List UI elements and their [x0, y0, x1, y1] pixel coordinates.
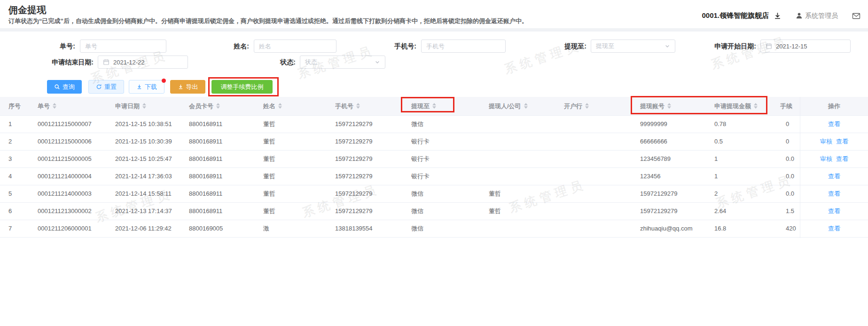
start-date-input[interactable] — [776, 40, 859, 52]
column-header[interactable]: 开户行 — [564, 97, 620, 116]
actions-col: 操作 查看审核查看审核查看查看查看查看查看 — [800, 97, 868, 238]
download-button[interactable]: 下载 — [129, 80, 164, 94]
table-cell: 0.0 — [786, 151, 800, 167]
table-cell: 5 — [8, 185, 32, 202]
withdraw-to-select[interactable]: 提现至 — [591, 40, 675, 53]
page-subtitle: 订单状态为“已完成”后，自动生成佣金到分销商账户中。分销商申请提现后锁定佣金，商… — [8, 17, 528, 25]
name-input[interactable] — [254, 40, 336, 53]
sort-caret-icon[interactable] — [278, 103, 282, 109]
table-cell: 0001211215000006 — [38, 133, 113, 150]
mail-icon[interactable] — [852, 12, 860, 20]
sort-caret-icon[interactable] — [52, 103, 57, 109]
download-to-line-icon[interactable] — [774, 12, 782, 20]
table-cell: 3 — [8, 151, 32, 167]
table-cell: 董哲 — [263, 203, 320, 220]
table-row: 200012112150000062021-12-15 10:30:398800… — [0, 133, 868, 151]
sort-caret-icon[interactable] — [753, 103, 758, 109]
table-cell: 2021-12-15 10:25:47 — [115, 151, 188, 167]
table-cell: 2021-12-14 17:36:03 — [115, 168, 188, 185]
audit-link[interactable]: 审核 — [820, 155, 832, 163]
column-header[interactable]: 手机号 — [335, 97, 406, 116]
table-cell: 15972129279 — [640, 185, 712, 202]
table-cell: 4 — [8, 168, 32, 185]
actions-row: 查看 — [800, 203, 868, 220]
table-cell: 2021-12-15 10:30:39 — [115, 133, 188, 150]
calendar-icon — [766, 43, 772, 49]
table-cell: 2021-12-15 10:38:51 — [115, 116, 188, 133]
sort-caret-icon[interactable] — [585, 103, 589, 109]
search-button[interactable]: 查询 — [47, 80, 82, 94]
phone-input[interactable] — [421, 40, 506, 53]
start-date-picker[interactable] — [760, 40, 851, 53]
table-cell: 董哲 — [263, 185, 320, 202]
sort-caret-icon[interactable] — [216, 103, 220, 109]
reset-button[interactable]: 重置 — [88, 80, 124, 94]
audit-link[interactable]: 审核 — [820, 137, 832, 146]
download-icon — [136, 84, 142, 90]
table-cell: 1 — [714, 168, 777, 185]
table-cell: 66666666 — [640, 133, 712, 150]
table-cell: 0001211215000007 — [38, 116, 113, 133]
view-link[interactable]: 查看 — [828, 172, 840, 181]
end-date-label: 申请结束日期: — [32, 56, 94, 69]
sort-caret-icon[interactable] — [142, 103, 147, 109]
order-no-label: 单号: — [28, 40, 75, 53]
actions-row: 查看 — [800, 220, 868, 238]
export-button[interactable]: 导出 — [170, 80, 205, 94]
table-cell: 8800168911 — [189, 168, 259, 185]
table-cell: 0 — [786, 116, 800, 133]
search-button-label: 查询 — [63, 83, 75, 91]
column-header[interactable]: 会员卡号 — [189, 97, 259, 116]
view-link[interactable]: 查看 — [828, 190, 840, 198]
column-header[interactable]: 申请日期 — [115, 97, 188, 116]
order-no-input[interactable] — [80, 40, 166, 53]
column-header: 序号 — [8, 97, 32, 116]
view-link[interactable]: 查看 — [836, 155, 848, 163]
table-cell: 董哲 — [263, 168, 320, 185]
table-cell: 1 — [714, 151, 777, 167]
admin-user[interactable]: 系统管理员 — [796, 12, 838, 20]
column-header: 手续费 — [780, 97, 792, 116]
table-cell: 16.8 — [714, 220, 777, 237]
adjust-fee-button[interactable]: 调整手续费比例 — [211, 80, 273, 94]
table-cell: 15972129279 — [335, 203, 406, 220]
view-link[interactable]: 查看 — [828, 224, 840, 233]
column-header[interactable]: 申请提现金额 — [714, 97, 777, 116]
table-header: 序号单号申请日期会员卡号姓名手机号提现至提现人/公司开户行提现账号申请提现金额手… — [0, 97, 868, 116]
status-select[interactable]: 状态 — [300, 56, 385, 69]
topbar-right: 0001.领锋智能旗舰店 系统管理员 — [702, 11, 860, 20]
column-header[interactable]: 提现人/公司 — [489, 97, 559, 116]
withdraw-to-placeholder: 提现至 — [596, 42, 665, 50]
table-cell: 0001211214000003 — [38, 185, 113, 202]
admin-user-label: 系统管理员 — [805, 12, 838, 20]
table-cell: 0 — [786, 133, 800, 150]
table-cell: 123456789 — [640, 151, 712, 167]
sort-caret-icon[interactable] — [667, 103, 672, 109]
refresh-icon — [96, 84, 102, 90]
table-row: 500012112140000032021-12-14 15:58:118800… — [0, 185, 868, 203]
sort-caret-icon[interactable] — [356, 103, 360, 109]
end-date-input[interactable] — [113, 56, 196, 68]
sort-caret-icon[interactable] — [524, 103, 528, 109]
end-date-picker[interactable] — [98, 56, 188, 69]
table-cell: 15972129279 — [335, 116, 406, 133]
table-cell: 微信 — [411, 185, 477, 202]
table-cell: 420 — [786, 220, 800, 237]
table-cell: 银行卡 — [411, 168, 477, 185]
table-cell: 董哲 — [489, 203, 559, 220]
table-cell: 微信 — [411, 220, 477, 237]
column-header[interactable]: 单号 — [38, 97, 113, 116]
column-header[interactable]: 姓名 — [263, 97, 320, 116]
view-link[interactable]: 查看 — [828, 207, 840, 215]
column-header[interactable]: 提现账号 — [640, 97, 712, 116]
sort-caret-icon[interactable] — [432, 103, 437, 109]
calendar-icon — [103, 59, 109, 65]
column-header[interactable]: 提现至 — [411, 97, 477, 116]
table-cell: 2 — [714, 185, 777, 202]
view-link[interactable]: 查看 — [836, 137, 848, 146]
table-row: 400012112140000042021-12-14 17:36:038800… — [0, 168, 868, 185]
table-cell: 8800168911 — [189, 133, 259, 150]
view-link[interactable]: 查看 — [828, 120, 840, 128]
table-cell: 0.0 — [786, 185, 800, 202]
table-cell: 15972129279 — [335, 168, 406, 185]
